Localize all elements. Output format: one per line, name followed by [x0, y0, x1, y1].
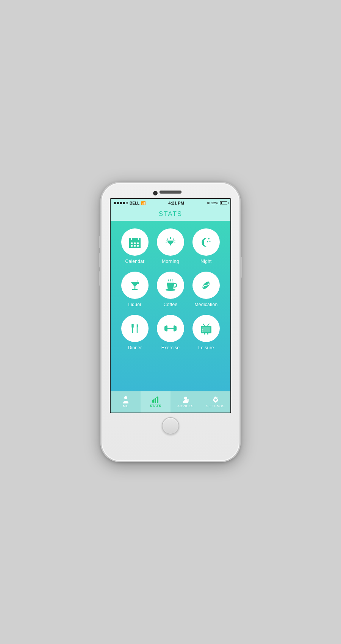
night-icon	[199, 235, 213, 249]
tab-me-label: ME	[123, 404, 128, 408]
svg-rect-39	[174, 325, 175, 331]
phone-screen: BELL 📶 4:21 PM ∗ 22% STATS	[110, 198, 231, 413]
svg-line-17	[167, 239, 168, 239]
grid-item-night[interactable]: Night	[191, 228, 221, 264]
coffee-label: Coffee	[164, 302, 178, 307]
battery-icon	[220, 201, 227, 205]
coffee-icon	[163, 278, 178, 292]
svg-line-42	[203, 324, 205, 326]
signal-dot-2	[117, 202, 119, 204]
night-icon-circle	[192, 228, 220, 256]
phone-frame: BELL 📶 4:21 PM ∗ 22% STATS	[100, 182, 241, 462]
signal-dot-1	[114, 202, 116, 204]
grid-row-2: Liquor	[114, 272, 227, 307]
exercise-icon-circle	[157, 315, 184, 342]
volume-down-button[interactable]	[99, 271, 101, 286]
stats-icon	[152, 396, 160, 403]
medication-icon	[199, 278, 213, 292]
leisure-label: Leisure	[198, 345, 214, 350]
person-icon	[122, 396, 129, 403]
morning-icon-circle	[157, 228, 184, 256]
svg-rect-9	[137, 242, 139, 244]
svg-point-28	[166, 289, 175, 291]
svg-rect-44	[204, 333, 205, 335]
grid-item-morning[interactable]: Morning	[156, 228, 185, 264]
app-header: STATS	[111, 207, 230, 221]
grid-row-1: Calendar	[114, 228, 227, 264]
power-button[interactable]	[240, 257, 242, 278]
svg-point-52	[152, 400, 153, 401]
svg-rect-13	[170, 244, 171, 245]
morning-icon	[163, 235, 178, 249]
tab-bar: ME STATS	[111, 391, 230, 413]
svg-rect-51	[157, 397, 158, 403]
liquor-label: Liquor	[128, 302, 141, 307]
dinner-icon-circle	[121, 315, 149, 342]
morning-label: Morning	[162, 259, 179, 264]
grid-item-coffee[interactable]: Coffee	[156, 272, 185, 307]
tab-advices-label: ADVICES	[177, 404, 194, 408]
signal-dot-5	[126, 202, 128, 204]
top-speaker	[160, 191, 181, 194]
svg-rect-10	[131, 245, 133, 247]
svg-rect-2	[129, 239, 141, 241]
battery-fill	[221, 202, 222, 204]
tab-stats[interactable]: STATS	[141, 391, 170, 413]
svg-point-48	[124, 396, 127, 399]
svg-point-47	[202, 331, 203, 332]
grid-item-dinner[interactable]: Dinner	[120, 315, 150, 350]
svg-point-54	[157, 397, 158, 398]
svg-point-46	[202, 329, 203, 330]
liquor-icon-circle	[121, 272, 149, 299]
status-bar: BELL 📶 4:21 PM ∗ 22%	[111, 199, 230, 207]
signal-bars	[114, 202, 128, 204]
svg-rect-5	[129, 241, 141, 248]
leisure-icon-circle	[192, 315, 220, 342]
main-content: Calendar	[111, 221, 230, 391]
svg-point-20	[208, 238, 210, 239]
svg-point-56	[186, 399, 189, 402]
svg-rect-11	[134, 245, 136, 247]
signal-dot-3	[120, 202, 122, 204]
dinner-label: Dinner	[128, 345, 142, 350]
page-title: STATS	[111, 210, 230, 218]
medication-label: Medication	[194, 302, 217, 307]
liquor-icon	[128, 278, 142, 292]
front-camera	[153, 191, 157, 195]
coffee-icon-circle	[157, 272, 184, 299]
bluetooth-icon: ∗	[207, 201, 210, 205]
signal-dot-4	[123, 202, 125, 204]
svg-point-26	[137, 282, 139, 284]
advices-icon	[182, 396, 189, 403]
tab-settings-label: SETTINGS	[206, 404, 225, 408]
svg-rect-7	[131, 242, 133, 244]
home-button[interactable]	[162, 417, 179, 435]
grid-item-exercise[interactable]: Exercise	[156, 315, 185, 350]
calendar-label: Calendar	[125, 259, 144, 264]
volume-up-button[interactable]	[99, 253, 101, 267]
tab-stats-label: STATS	[150, 404, 161, 408]
leisure-icon	[199, 321, 213, 336]
svg-point-22	[207, 241, 208, 242]
exercise-label: Exercise	[161, 345, 180, 350]
medication-icon-circle	[192, 272, 220, 299]
clock-display: 4:21 PM	[168, 201, 184, 205]
grid-item-liquor[interactable]: Liquor	[120, 272, 150, 307]
settings-icon	[212, 396, 219, 403]
grid-item-calendar[interactable]: Calendar	[120, 228, 150, 264]
dinner-icon	[128, 321, 142, 336]
svg-rect-12	[137, 245, 139, 247]
tab-me[interactable]: ME	[111, 391, 141, 413]
tab-advices[interactable]: ADVICES	[170, 391, 200, 413]
wifi-icon: 📶	[141, 201, 145, 205]
calendar-icon	[128, 235, 142, 249]
tab-settings[interactable]: SETTINGS	[200, 391, 230, 413]
svg-line-43	[208, 324, 209, 326]
exercise-icon	[163, 321, 178, 336]
svg-line-15	[173, 239, 174, 239]
grid-item-leisure[interactable]: Leisure	[191, 315, 221, 350]
grid-row-3: Dinner	[114, 315, 227, 350]
svg-point-58	[214, 399, 217, 401]
grid-item-medication[interactable]: Medication	[191, 272, 221, 307]
svg-rect-45	[207, 333, 208, 335]
